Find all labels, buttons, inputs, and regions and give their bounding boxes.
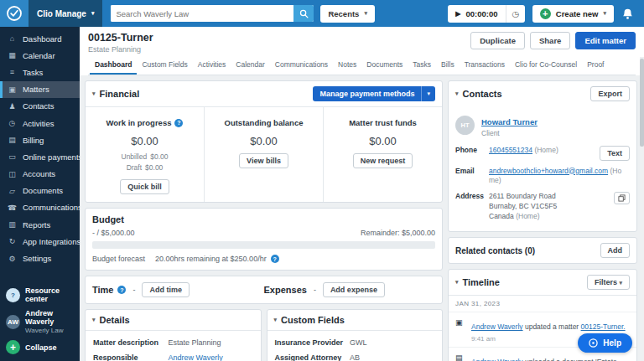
search-button[interactable] <box>293 5 314 22</box>
timeline-date-header: JAN 31, 2023 <box>449 295 636 312</box>
briefcase-icon: ▣ <box>8 85 17 94</box>
unbilled-label: Unbilled <box>122 152 148 161</box>
view-bills-button[interactable]: View bills <box>239 153 288 168</box>
matter-number: 00125-Turner <box>88 32 153 44</box>
sidebar-item-app-integrations[interactable]: ↻App Integrations <box>0 233 80 250</box>
sidebar-item-reports[interactable]: ▥Reports <box>0 216 80 233</box>
email-link[interactable]: andrewboothclio+howard@gmail.com <box>489 167 608 175</box>
tab-communications[interactable]: Communications <box>270 56 333 75</box>
sidebar-item-calendar[interactable]: ▦Calendar <box>0 47 80 64</box>
create-new-button[interactable]: + Create new ▾ <box>532 5 614 23</box>
tab-custom-fields[interactable]: Custom Fields <box>137 56 192 75</box>
tab-activities[interactable]: Activities <box>193 56 231 75</box>
manage-payment-methods-button[interactable]: Manage payment methods ▾ <box>313 86 435 101</box>
bank-icon: ◫ <box>8 170 17 178</box>
sidebar-item-contacts[interactable]: ♟Contacts <box>0 98 80 115</box>
collapse-caret-icon: ▾ <box>455 279 459 286</box>
expenses-title: Expenses <box>264 285 307 295</box>
user-account-menu[interactable]: AW Andrew Waverly Waverly Law <box>6 309 74 334</box>
tab-calendar[interactable]: Calendar <box>231 56 270 75</box>
field-value: AB <box>350 353 434 361</box>
firm-name: Waverly Law <box>25 327 64 334</box>
add-time-button[interactable]: Add time <box>142 282 190 297</box>
responsible-attorney-link[interactable]: Andrew Waverly <box>169 353 223 361</box>
sidebar-item-tasks[interactable]: ≡Tasks <box>0 64 80 80</box>
folder-icon: ▱ <box>8 187 17 195</box>
phone-link[interactable]: 16045551234 <box>489 146 532 154</box>
contact-name-link[interactable]: Howard Turner <box>481 117 538 126</box>
address-line2: Burnaby, BC V1C5F5 <box>489 202 557 210</box>
unbilled-value: $0.00 <box>150 152 168 161</box>
recents-label: Recents <box>328 9 359 18</box>
sidebar-item-online-payments[interactable]: ▭Online payments <box>0 148 80 165</box>
tab-transactions[interactable]: Transactions <box>460 56 510 75</box>
help-icon[interactable]: ? <box>174 119 183 127</box>
help-icon[interactable]: ? <box>117 286 126 294</box>
export-contacts-button[interactable]: Export <box>590 86 630 101</box>
timeline-title: Timeline <box>463 277 500 287</box>
timer-value: 00:00:00 <box>465 9 497 18</box>
sidebar-item-settings[interactable]: ⚙Settings <box>0 250 80 266</box>
timeline-user-link[interactable]: Andrew Waverly <box>471 322 523 331</box>
sidebar-item-billing[interactable]: ▤Billing <box>0 132 80 148</box>
budget-remainder: Remainder: $5,000.00 <box>361 229 435 237</box>
recents-button[interactable]: Recents ▾ <box>320 5 374 23</box>
share-button[interactable]: Share <box>530 32 570 49</box>
resource-center-button[interactable]: ? Resource center <box>6 286 74 303</box>
details-title: Details <box>100 315 130 325</box>
edit-matter-button[interactable]: Edit matter <box>575 32 636 49</box>
timeline-section-header[interactable]: ▾ Timeline <box>455 277 500 287</box>
app-switcher[interactable]: Clio Manage ▾ <box>29 0 102 27</box>
sidebar-item-dashboard[interactable]: ⌂Dashboard <box>0 30 80 47</box>
duplicate-button[interactable]: Duplicate <box>470 32 525 49</box>
text-contact-button[interactable]: Text <box>600 146 630 161</box>
collapse-sidebar-button[interactable]: + Collapse <box>6 340 74 354</box>
help-button[interactable]: Help <box>578 333 632 353</box>
clio-logo[interactable] <box>0 0 29 27</box>
collapse-label: Collapse <box>25 343 57 352</box>
tab-dashboard[interactable]: Dashboard <box>90 56 137 75</box>
time-value: - <box>132 286 135 294</box>
phone-type: (Home) <box>534 146 558 154</box>
copy-address-button[interactable] <box>614 192 630 204</box>
sidebar-item-activities[interactable]: ◷Activities <box>0 115 80 132</box>
add-expense-button[interactable]: Add expense <box>323 282 385 297</box>
details-section-header[interactable]: ▾ Details <box>92 315 130 325</box>
search-input[interactable] <box>111 5 293 22</box>
timeline-user-link[interactable]: Andrew Waverly <box>471 358 523 361</box>
quick-bill-button[interactable]: Quick bill <box>120 179 169 194</box>
timeline-target-link[interactable]: 00125-Turner. <box>581 322 626 331</box>
related-contacts-title: Related contacts (0) <box>455 246 535 255</box>
tab-bills[interactable]: Bills <box>436 56 460 75</box>
sidebar-item-matters[interactable]: ▣Matters <box>0 81 80 98</box>
sidebar-item-documents[interactable]: ▱Documents <box>0 183 80 199</box>
bar-chart-icon: ▥ <box>8 220 17 229</box>
tab-documents[interactable]: Documents <box>361 56 408 75</box>
tab-proof[interactable]: Proof <box>582 56 609 75</box>
sidebar-item-communications[interactable]: ☎Communications <box>0 199 80 216</box>
sidebar-item-label: Reports <box>23 220 50 229</box>
sidebar-item-label: Tasks <box>23 68 43 77</box>
scrollbar-thumb[interactable] <box>640 59 644 147</box>
sidebar-item-label: Documents <box>23 186 63 195</box>
new-request-button[interactable]: New request <box>353 153 413 168</box>
tab-clio-co-counsel[interactable]: Clio for Co-Counsel <box>510 56 582 75</box>
sidebar-item-label: Dashboard <box>23 34 61 44</box>
manage-payment-methods-label: Manage payment methods <box>313 86 421 101</box>
tab-tasks[interactable]: Tasks <box>408 56 436 75</box>
custom-fields-section-header[interactable]: ▾ Custom Fields <box>274 315 345 325</box>
timer-start-button[interactable]: ▶ 00:00:00 <box>448 5 506 23</box>
help-label: Help <box>603 338 621 348</box>
trust-amount: $0.00 <box>329 135 437 147</box>
sidebar-nav: ⌂Dashboard ▦Calendar ≡Tasks ▣Matters ♟Co… <box>0 27 80 361</box>
add-related-contact-button[interactable]: Add <box>600 243 631 258</box>
sidebar-item-label: Calendar <box>23 51 55 60</box>
timer-clock-button[interactable]: ◷ <box>506 5 525 23</box>
timeline-filters-button[interactable]: Filters ▾ <box>587 275 630 290</box>
sidebar-item-accounts[interactable]: ◫Accounts <box>0 166 80 183</box>
help-icon[interactable]: ? <box>271 255 279 263</box>
notifications-bell-icon[interactable] <box>621 8 634 20</box>
tab-notes[interactable]: Notes <box>333 56 361 75</box>
contacts-section-header[interactable]: ▾ Contacts <box>455 89 502 99</box>
financial-section-header[interactable]: ▾ Financial <box>92 89 139 99</box>
